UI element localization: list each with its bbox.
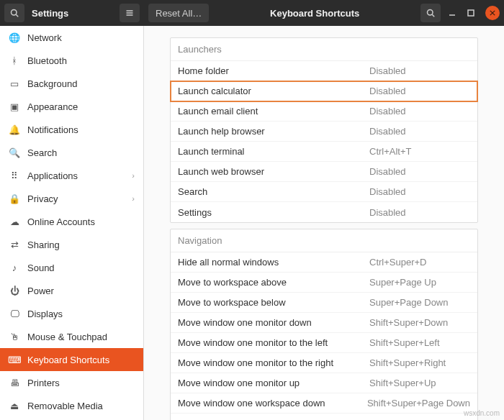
applications-icon: ⠿ [9,170,20,181]
sidebar-item-network[interactable]: 🌐Network [0,26,143,49]
shortcut-row[interactable]: Home folderDisabled [171,61,477,81]
watermark: wsxdn.com [464,409,500,417]
shortcut-value: Disabled [369,126,470,137]
shortcut-row[interactable]: Move to workspace belowSuper+Page Down [171,293,477,313]
sidebar-item-bluetooth[interactable]: ᚼBluetooth [0,49,143,72]
mouse-touchpad-icon: 🖱 [9,331,20,342]
hamburger-menu-button[interactable] [120,4,140,22]
shortcut-row[interactable]: Move window one monitor upShift+Super+Up [171,373,477,393]
shortcut-label: Settings [178,207,369,218]
shortcut-value: Disabled [369,86,470,96]
sidebar-item-printers[interactable]: 🖶Printers [0,371,143,394]
shortcut-row[interactable]: Launch terminalCtrl+Alt+T [171,142,477,162]
shortcut-label: Search [178,186,369,197]
shortcut-value: Disabled [369,65,470,76]
shortcut-row[interactable]: Launch email clientDisabled [171,101,477,122]
sidebar: 🌐NetworkᚼBluetooth▭Background▣Appearance… [0,26,144,420]
titlebar: Settings Reset All… Keyboard Shortcuts [0,0,504,26]
shortcut-label: Move window one monitor down [178,317,369,328]
svg-line-6 [432,14,434,17]
sidebar-item-label: Privacy [27,193,58,204]
shortcut-value: Shift+Super+Left [369,337,470,348]
minimize-button[interactable] [445,6,459,20]
network-icon: 🌐 [9,32,20,43]
section-header: Navigation [171,229,477,252]
shortcut-row[interactable]: Launch help browserDisabled [171,122,477,142]
page-title: Keyboard Shortcuts [213,8,416,19]
appearance-icon: ▣ [9,101,20,112]
sound-icon: ♪ [9,262,20,273]
shortcut-label: Home folder [178,65,369,76]
shortcut-row[interactable]: SearchDisabled [171,182,477,202]
shortcut-value: Shift+Super+Right [369,357,470,368]
sidebar-item-search[interactable]: 🔍Search [0,141,143,164]
sidebar-item-power[interactable]: ⏻Power [0,279,143,302]
sidebar-item-online-accounts[interactable]: ☁Online Accounts [0,210,143,233]
displays-icon: 🖵 [9,308,20,319]
shortcut-row[interactable]: Move window one monitor downShift+Super+… [171,313,477,333]
sidebar-item-applications[interactable]: ⠿Applications› [0,164,143,187]
sidebar-item-privacy[interactable]: 🔒Privacy› [0,187,143,210]
sidebar-item-keyboard-shortcuts[interactable]: ⌨Keyboard Shortcuts [0,348,143,371]
shortcut-row[interactable]: Launch calculatorDisabled [171,81,477,101]
sidebar-search-button[interactable] [4,4,24,22]
shortcut-row[interactable]: Move window one monitor to the rightShif… [171,353,477,373]
sidebar-item-displays[interactable]: 🖵Displays [0,302,143,325]
content-area: LaunchersHome folderDisabledLaunch calcu… [144,26,504,420]
shortcut-value: Disabled [369,186,470,197]
chevron-right-icon: › [132,194,135,203]
search-icon: 🔍 [9,147,20,158]
maximize-button[interactable] [464,6,478,20]
close-button[interactable] [485,6,500,20]
shortcut-label: Move window one monitor to the left [178,337,369,348]
bluetooth-icon: ᚼ [9,55,20,66]
sidebar-item-label: Network [27,32,62,43]
shortcut-row[interactable]: Launch web browserDisabled [171,162,477,182]
shortcut-label: Hide all normal windows [178,257,369,268]
sidebar-item-removable-media[interactable]: ⏏Removable Media [0,394,143,417]
privacy-icon: 🔒 [9,193,20,204]
shortcut-value: Super+Page Down [369,297,470,308]
shortcut-row[interactable]: Move window one workspace upShift+Super+… [171,414,477,420]
shortcut-label: Launch terminal [178,146,369,157]
shortcut-label: Move window one workspace down [178,398,367,408]
sidebar-item-label: Notifications [27,124,78,135]
shortcut-row[interactable]: SettingsDisabled [171,202,477,222]
shortcut-value: Super+Page Up [369,277,470,288]
shortcut-row[interactable]: Move window one workspace downShift+Supe… [171,393,477,414]
sidebar-item-label: Power [27,286,54,296]
sidebar-item-background[interactable]: ▭Background [0,72,143,95]
sidebar-item-label: Appearance [27,101,78,112]
shortcut-label: Launch calculator [178,86,369,96]
content-search-button[interactable] [420,4,441,22]
svg-point-5 [428,10,433,16]
shortcut-label: Launch web browser [178,166,369,177]
sidebar-item-label: Keyboard Shortcuts [27,355,109,365]
background-icon: ▭ [9,78,20,89]
shortcut-row[interactable]: Move to workspace aboveSuper+Page Up [171,273,477,293]
sidebar-item-sharing[interactable]: ⇄Sharing [0,233,143,256]
shortcut-row[interactable]: Move window one monitor to the leftShift… [171,333,477,353]
shortcut-row[interactable]: Hide all normal windowsCtrl+Super+D [171,252,477,273]
section-navigation: NavigationHide all normal windowsCtrl+Su… [170,229,478,420]
sidebar-item-mouse-touchpad[interactable]: 🖱Mouse & Touchpad [0,325,143,348]
sidebar-item-label: Displays [27,309,63,319]
sidebar-item-label: Sound [27,262,55,273]
sidebar-item-sound[interactable]: ♪Sound [0,256,143,279]
reset-all-button[interactable]: Reset All… [148,4,209,22]
shortcut-label: Move to workspace below [178,297,369,308]
shortcut-value: Shift+Super+Up [369,378,470,388]
sidebar-item-label: Search [27,147,57,158]
shortcut-label: Launch email client [178,106,369,117]
shortcut-value: Shift+Super+Page Down [367,398,470,408]
shortcut-label: Move to workspace above [178,277,369,288]
section-launchers: LaunchersHome folderDisabledLaunch calcu… [170,37,478,223]
sidebar-item-label: Bluetooth [27,55,67,66]
sidebar-item-label: Mouse & Touchpad [27,332,107,342]
sidebar-item-label: Online Accounts [27,216,95,227]
sidebar-item-notifications[interactable]: 🔔Notifications [0,118,143,141]
sidebar-item-appearance[interactable]: ▣Appearance [0,95,143,118]
sidebar-item-label: Background [27,78,77,89]
shortcut-value: Ctrl+Alt+T [369,146,470,157]
shortcut-value: Disabled [369,207,470,218]
